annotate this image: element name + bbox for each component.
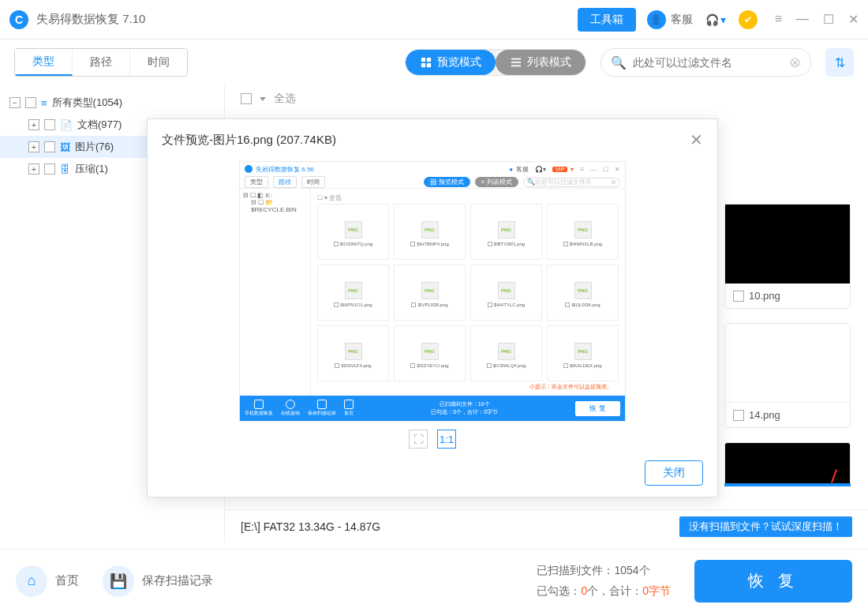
mini-list-btn: ≡ 列表模式 [475,177,518,187]
mini-headset-icon: 🎧▾ [535,166,546,173]
mini-thumb-card: PNG$IO3WLQ4.png [470,325,542,381]
mini-select-all: ☐ ▾ 全选 [317,192,619,204]
preview-modal: 文件预览-图片16.png (207.74KB) ✕ 失易得数据恢复 6.56 … [147,118,718,497]
mini-max-icon: ☐ [603,166,608,173]
kefu-button[interactable]: 👤 客服 [647,10,693,29]
svg-rect-6 [511,66,521,67]
minimize-icon[interactable]: — [796,12,809,27]
mini-footer: 手机数据恢复 在线咨询 保存扫描记录 首页 已扫描到文件：16个 已勾选：0个，… [240,396,625,421]
collapse-icon[interactable]: − [9,97,21,108]
tab-time[interactable]: 时间 [130,49,187,76]
mini-png-icon: PNG [421,343,439,360]
toolbox-button[interactable]: 工具箱 [578,8,636,32]
thumb-image [725,205,850,283]
dropdown-icon[interactable] [260,97,266,101]
expand-icon[interactable]: + [28,141,39,152]
filter-button[interactable]: ⇅ [825,48,854,77]
mini-app: 失易得数据恢复 6.56 ● 客服 🎧▾ VIP ▾ ≡ — ☐ ✕ 类型 路径… [240,162,625,421]
user-icon: 👤 [647,10,666,29]
thumb-card[interactable]: 14.png [724,323,851,428]
mini-png-icon: PNG [421,221,439,238]
mini-png-icon: PNG [498,221,515,238]
list-mode-button[interactable]: 列表模式 [496,50,586,75]
expand-icon[interactable]: + [28,163,39,175]
tab-type[interactable]: 类型 [15,49,73,76]
mini-png-icon: PNG [345,282,362,299]
svg-rect-5 [511,62,521,63]
stats-selected-label: 已勾选： [537,584,581,597]
stats-total-value: 0字节 [642,584,671,597]
category-tabs: 类型 路径 时间 [14,48,188,77]
select-all-checkbox[interactable] [241,93,252,104]
mini-png-icon: PNG [498,343,515,360]
grid-icon [420,56,432,69]
save-scan-button[interactable]: 💾 保存扫描记录 [103,565,213,597]
mini-preview-btn: ▦ 预览模式 [424,177,470,187]
save-icon: 💾 [103,565,134,597]
headset-button[interactable]: 🎧 ▾ [705,13,726,26]
checkbox[interactable] [44,119,55,130]
mini-thumb-card: PNG$IUL0I34.png [547,265,619,321]
mini-kefu-icon: ● [509,166,513,173]
mini-thumb-card: PNG$IAPN1O1.png [317,265,389,321]
app-title: 失易得数据恢复 7.10 [36,12,145,27]
fit-icon[interactable]: ⛶ [409,430,428,449]
expand-icon[interactable]: + [28,119,39,130]
checkbox[interactable] [733,410,744,421]
chevron-down-icon: ▾ [720,13,726,26]
preview-image: 失易得数据恢复 6.56 ● 客服 🎧▾ VIP ▾ ≡ — ☐ ✕ 类型 路径… [239,161,626,422]
mini-png-icon: PNG [574,221,592,238]
search-input[interactable] [633,56,789,69]
select-all-row: 全选 [225,85,868,112]
mini-thumb-card: PNG$IKALDEX.png [547,325,619,381]
mini-phone-icon [254,400,264,409]
window-controls: ≡ — ☐ ✕ [775,12,859,27]
close-icon[interactable]: ✕ [848,12,859,27]
modal-close-button[interactable]: 关闭 [645,460,703,486]
preview-mode-button[interactable]: 预览模式 [406,50,496,75]
thumb-image [725,324,850,403]
home-button[interactable]: ⌂ 首页 [16,565,79,597]
archive-icon: 🗄 [60,163,70,175]
mini-png-icon: PNG [498,282,515,299]
search-box[interactable]: 🔍 ⊗ [600,48,811,77]
home-icon: ⌂ [16,565,47,597]
mini-title: 失易得数据恢复 6.56 [256,165,314,174]
mini-tab-time: 时间 [301,176,325,188]
search-icon: 🔍 [611,55,627,70]
tab-path[interactable]: 路径 [73,49,130,76]
checkbox[interactable] [733,291,744,302]
deep-scan-button[interactable]: 没有扫描到文件？试试深度扫描！ [679,516,852,537]
preview-mode-label: 预览模式 [437,55,481,69]
mini-close-icon: ✕ [615,166,620,173]
mini-kefu-label: 客服 [516,165,529,174]
svg-rect-4 [511,58,521,60]
checkbox[interactable] [44,163,55,175]
tree-all-types[interactable]: − ≡ 所有类型(1054) [0,92,224,114]
disk-info-bar: [E:\] FAT32 13.34G - 14.87G 没有扫描到文件？试试深度… [225,509,868,543]
clear-icon[interactable]: ⊗ [789,54,801,71]
app-logo-icon: C [9,10,28,29]
thumbs-partial: 10.png 14.png [724,204,851,486]
menu-icon[interactable]: ≡ [775,12,782,27]
stats-total-label: 个，合计： [587,584,642,597]
mini-min-icon: — [590,166,597,173]
thumb-card[interactable]: 10.png [724,204,851,309]
mini-png-icon: PNG [574,343,592,360]
recover-button[interactable]: 恢 复 [694,560,852,603]
list-icon [510,56,522,69]
mini-tab-type: 类型 [245,176,268,188]
checkbox[interactable] [25,97,36,108]
select-all-label: 全选 [274,92,296,106]
actual-size-icon[interactable]: 1:1 [437,430,456,449]
mini-recover-btn: 恢 复 [575,401,620,416]
checkbox[interactable] [44,141,55,152]
tree-doc-label: 文档(977) [77,118,122,132]
mini-chat-icon [286,400,295,409]
view-mode-group: 预览模式 列表模式 [405,49,586,76]
list-mode-label: 列表模式 [527,55,571,69]
modal-close-icon[interactable]: ✕ [690,130,703,149]
maximize-icon[interactable]: ☐ [823,12,834,27]
thumb-label: 14.png [749,409,780,421]
vip-button[interactable]: ✔ [739,10,762,29]
